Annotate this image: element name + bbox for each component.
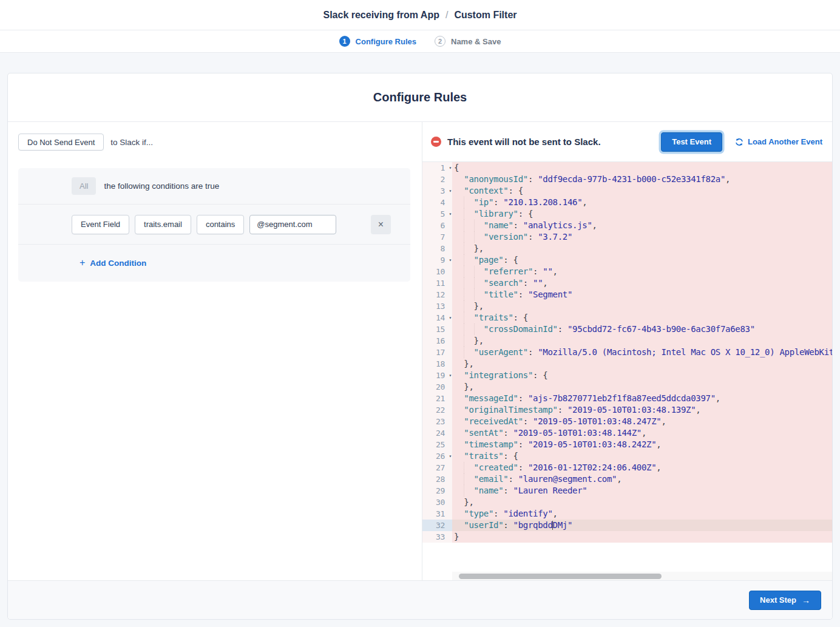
editor-code: }, bbox=[452, 300, 832, 312]
editor-line[interactable]: 21"messageId": "ajs-7b8270771eb2f1f8a87e… bbox=[422, 393, 832, 404]
editor-code: "crossDomainId": "95cbdd72-fc67-4b43-b90… bbox=[452, 324, 832, 335]
preview-status-text: This event will not be sent to Slack. bbox=[447, 137, 601, 147]
filter-suffix-text: to Slack if... bbox=[110, 138, 153, 147]
editor-line[interactable]: 30}, bbox=[422, 497, 832, 508]
editor-line[interactable]: 2"anonymousId": "ddf9ecda-977b-4231-b000… bbox=[422, 174, 832, 185]
steps-bar: 1 Configure Rules 2 Name & Save bbox=[0, 30, 840, 53]
editor-line[interactable]: 31"type": "identify", bbox=[422, 508, 832, 520]
step-configure-rules[interactable]: 1 Configure Rules bbox=[339, 36, 416, 47]
editor-code: "receivedAt": "2019-05-10T01:03:48.247Z"… bbox=[452, 416, 832, 427]
test-event-button[interactable]: Test Event bbox=[661, 132, 722, 152]
editor-hscrollbar-thumb[interactable] bbox=[459, 574, 662, 579]
editor-line[interactable]: 6"name": "analytics.js", bbox=[422, 220, 832, 231]
next-step-button[interactable]: Next Step → bbox=[749, 591, 821, 610]
editor-line-number: 16 bbox=[422, 335, 452, 347]
group-operator-chip[interactable]: All bbox=[72, 177, 96, 195]
editor-line[interactable]: 15"crossDomainId": "95cbdd72-fc67-4b43-b… bbox=[422, 324, 832, 335]
load-another-event-link[interactable]: Load Another Event bbox=[735, 137, 822, 146]
editor-code: "originalTimestamp": "2019-05-10T01:03:4… bbox=[452, 404, 832, 416]
json-event-editor[interactable]: 1▾{2"anonymousId": "ddf9ecda-977b-4231-b… bbox=[422, 162, 832, 580]
editor-line[interactable]: 9▾"page": { bbox=[422, 254, 832, 266]
add-condition-row: + Add Condition bbox=[18, 245, 410, 282]
fold-arrow-icon[interactable]: ▾ bbox=[449, 162, 452, 174]
plus-icon: + bbox=[80, 257, 85, 268]
filter-panel: Do Not Send Event to Slack if... All the… bbox=[8, 122, 422, 580]
card-body: Do Not Send Event to Slack if... All the… bbox=[8, 122, 832, 580]
group-description: the following conditions are true bbox=[104, 181, 219, 191]
editor-line-number: 27 bbox=[422, 462, 452, 473]
editor-code: "ip": "210.13.208.146", bbox=[452, 197, 832, 208]
condition-value-input[interactable] bbox=[249, 215, 336, 234]
editor-line[interactable]: 3▾"context": { bbox=[422, 185, 832, 197]
preview-header: This event will not be sent to Slack. Te… bbox=[422, 122, 832, 162]
editor-line[interactable]: 29"name": "Lauren Reeder" bbox=[422, 485, 832, 497]
editor-line[interactable]: 5▾"library": { bbox=[422, 208, 832, 220]
editor-line-number: 4 bbox=[422, 197, 452, 208]
field-path-button[interactable]: traits.email bbox=[135, 215, 191, 234]
editor-line-number: 19▾ bbox=[422, 370, 452, 381]
editor-line[interactable]: 20}, bbox=[422, 381, 832, 393]
editor-line[interactable]: 12"title": "Segment" bbox=[422, 289, 832, 300]
editor-line-number: 14▾ bbox=[422, 312, 452, 324]
refresh-icon bbox=[735, 138, 743, 146]
editor-line[interactable]: 11"search": "", bbox=[422, 277, 832, 289]
editor-code: "page": { bbox=[452, 254, 832, 266]
editor-line[interactable]: 26▾"traits": { bbox=[422, 450, 832, 462]
editor-line[interactable]: 25"timestamp": "2019-05-10T01:03:48.242Z… bbox=[422, 439, 832, 450]
editor-line[interactable]: 32"userId": "bgrqbddDMj" bbox=[422, 520, 832, 531]
editor-code: }, bbox=[452, 497, 832, 508]
minus-circle-icon bbox=[431, 137, 441, 147]
editor-line[interactable]: 1▾{ bbox=[422, 162, 832, 174]
editor-code: "traits": { bbox=[452, 450, 832, 462]
editor-code: "integrations": { bbox=[452, 370, 832, 381]
fold-arrow-icon[interactable]: ▾ bbox=[449, 312, 452, 324]
editor-line[interactable]: 13}, bbox=[422, 300, 832, 312]
editor-line-number: 17 bbox=[422, 347, 452, 358]
editor-line[interactable]: 28"email": "lauren@segment.com", bbox=[422, 473, 832, 485]
fold-arrow-icon[interactable]: ▾ bbox=[449, 450, 452, 462]
editor-code: "userAgent": "Mozilla/5.0 (Macintosh; In… bbox=[452, 347, 832, 358]
editor-line-number: 29 bbox=[422, 485, 452, 497]
fold-arrow-icon[interactable]: ▾ bbox=[449, 208, 452, 220]
editor-line[interactable]: 16}, bbox=[422, 335, 832, 347]
remove-condition-button[interactable]: × bbox=[371, 215, 391, 234]
editor-line[interactable]: 23"receivedAt": "2019-05-10T01:03:48.247… bbox=[422, 416, 832, 427]
filter-action-button[interactable]: Do Not Send Event bbox=[18, 134, 104, 151]
editor-line-number: 28 bbox=[422, 473, 452, 485]
editor-code: "name": "Lauren Reeder" bbox=[452, 485, 832, 497]
step-name-save[interactable]: 2 Name & Save bbox=[435, 36, 501, 47]
field-type-button[interactable]: Event Field bbox=[72, 215, 129, 234]
fold-arrow-icon[interactable]: ▾ bbox=[449, 370, 452, 381]
editor-line-number: 33 bbox=[422, 531, 452, 543]
editor-line[interactable]: 18}, bbox=[422, 358, 832, 370]
editor-line[interactable]: 4"ip": "210.13.208.146", bbox=[422, 197, 832, 208]
add-condition-button[interactable]: + Add Condition bbox=[80, 258, 146, 268]
step-1-label: Configure Rules bbox=[356, 37, 416, 46]
editor-line[interactable]: 7"version": "3.7.2" bbox=[422, 231, 832, 243]
editor-line[interactable]: 10"referrer": "", bbox=[422, 266, 832, 277]
editor-line[interactable]: 24"sentAt": "2019-05-10T01:03:48.144Z", bbox=[422, 427, 832, 439]
editor-code: }, bbox=[452, 243, 832, 254]
arrow-right-icon: → bbox=[802, 595, 810, 605]
breadcrumb-current: Custom Filter bbox=[454, 10, 517, 21]
editor-line[interactable]: 22"originalTimestamp": "2019-05-10T01:03… bbox=[422, 404, 832, 416]
editor-line[interactable]: 33} bbox=[422, 531, 832, 543]
filter-header: Do Not Send Event to Slack if... bbox=[8, 122, 422, 151]
fold-arrow-icon[interactable]: ▾ bbox=[449, 185, 452, 197]
event-preview-panel: This event will not be sent to Slack. Te… bbox=[422, 122, 832, 580]
editor-code: "title": "Segment" bbox=[452, 289, 832, 300]
editor-line[interactable]: 19▾"integrations": { bbox=[422, 370, 832, 381]
breadcrumb-source[interactable]: Slack receiving from App bbox=[323, 10, 439, 21]
editor-line[interactable]: 27"created": "2016-01-12T02:24:06.400Z", bbox=[422, 462, 832, 473]
editor-line-number: 20 bbox=[422, 381, 452, 393]
editor-line[interactable]: 17"userAgent": "Mozilla/5.0 (Macintosh; … bbox=[422, 347, 832, 358]
editor-code: } bbox=[452, 531, 832, 543]
operator-button[interactable]: contains bbox=[197, 215, 244, 234]
editor-code: "anonymousId": "ddf9ecda-977b-4231-b000-… bbox=[452, 174, 832, 185]
editor-line-number: 32 bbox=[422, 520, 452, 531]
editor-line[interactable]: 8}, bbox=[422, 243, 832, 254]
editor-line[interactable]: 14▾"traits": { bbox=[422, 312, 832, 324]
editor-line-number: 30 bbox=[422, 497, 452, 508]
topbar: Slack receiving from App / Custom Filter bbox=[0, 0, 840, 30]
fold-arrow-icon[interactable]: ▾ bbox=[449, 254, 452, 266]
